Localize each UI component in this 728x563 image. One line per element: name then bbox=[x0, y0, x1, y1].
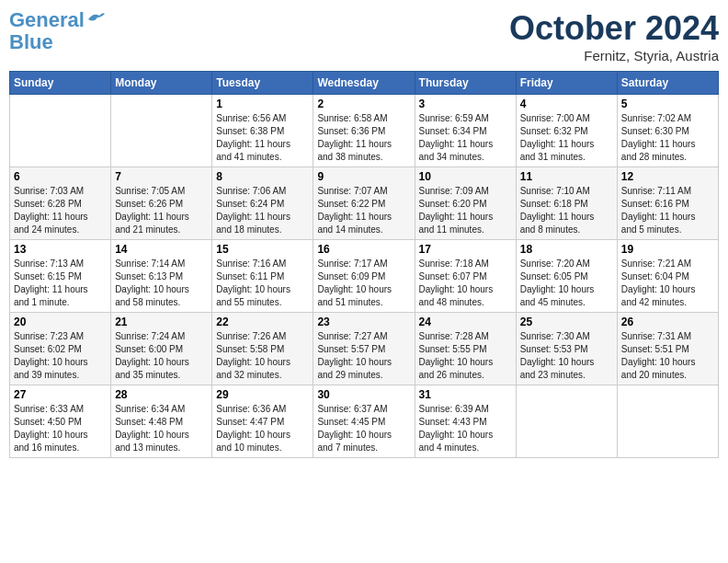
day-info: Sunrise: 7:05 AM Sunset: 6:26 PM Dayligh… bbox=[115, 185, 208, 236]
day-number: 17 bbox=[419, 243, 512, 256]
day-info: Sunrise: 7:27 AM Sunset: 5:57 PM Dayligh… bbox=[317, 330, 410, 382]
calendar-cell: 30Sunrise: 6:37 AM Sunset: 4:45 PM Dayli… bbox=[313, 385, 415, 458]
day-number: 8 bbox=[216, 170, 309, 183]
day-info: Sunrise: 7:14 AM Sunset: 6:13 PM Dayligh… bbox=[115, 258, 208, 309]
day-number: 11 bbox=[520, 170, 613, 183]
day-number: 6 bbox=[14, 170, 107, 183]
week-row-5: 27Sunrise: 6:33 AM Sunset: 4:50 PM Dayli… bbox=[10, 385, 719, 458]
day-number: 24 bbox=[419, 316, 512, 328]
day-info: Sunrise: 7:28 AM Sunset: 5:55 PM Dayligh… bbox=[419, 330, 512, 382]
day-info: Sunrise: 7:24 AM Sunset: 6:00 PM Dayligh… bbox=[115, 330, 208, 382]
day-number: 2 bbox=[317, 98, 410, 110]
calendar-cell: 1Sunrise: 6:56 AM Sunset: 6:38 PM Daylig… bbox=[212, 95, 313, 167]
weekday-header-row: SundayMondayTuesdayWednesdayThursdayFrid… bbox=[10, 72, 719, 95]
day-number: 5 bbox=[621, 98, 714, 110]
calendar-cell: 2Sunrise: 6:58 AM Sunset: 6:36 PM Daylig… bbox=[313, 95, 415, 167]
day-info: Sunrise: 7:20 AM Sunset: 6:05 PM Dayligh… bbox=[520, 258, 613, 309]
day-number: 23 bbox=[317, 316, 410, 328]
calendar-cell: 12Sunrise: 7:11 AM Sunset: 6:16 PM Dayli… bbox=[617, 167, 718, 240]
day-info: Sunrise: 7:10 AM Sunset: 6:18 PM Dayligh… bbox=[520, 185, 613, 236]
calendar-cell bbox=[10, 95, 111, 167]
calendar-table: SundayMondayTuesdayWednesdayThursdayFrid… bbox=[9, 71, 719, 458]
calendar-cell: 16Sunrise: 7:17 AM Sunset: 6:09 PM Dayli… bbox=[313, 240, 415, 313]
calendar-cell: 9Sunrise: 7:07 AM Sunset: 6:22 PM Daylig… bbox=[313, 167, 415, 240]
day-number: 29 bbox=[216, 388, 309, 401]
calendar-cell: 24Sunrise: 7:28 AM Sunset: 5:55 PM Dayli… bbox=[415, 313, 516, 385]
calendar-cell: 31Sunrise: 6:39 AM Sunset: 4:43 PM Dayli… bbox=[415, 385, 516, 458]
calendar-cell: 6Sunrise: 7:03 AM Sunset: 6:28 PM Daylig… bbox=[10, 167, 111, 240]
week-row-4: 20Sunrise: 7:23 AM Sunset: 6:02 PM Dayli… bbox=[10, 313, 719, 385]
day-info: Sunrise: 7:07 AM Sunset: 6:22 PM Dayligh… bbox=[317, 185, 410, 236]
calendar-cell: 25Sunrise: 7:30 AM Sunset: 5:53 PM Dayli… bbox=[516, 313, 617, 385]
day-info: Sunrise: 6:37 AM Sunset: 4:45 PM Dayligh… bbox=[317, 403, 410, 454]
day-info: Sunrise: 7:13 AM Sunset: 6:15 PM Dayligh… bbox=[14, 258, 107, 309]
day-number: 9 bbox=[317, 170, 410, 183]
day-info: Sunrise: 7:21 AM Sunset: 6:04 PM Dayligh… bbox=[621, 258, 714, 309]
day-number: 10 bbox=[419, 170, 512, 183]
day-number: 26 bbox=[621, 316, 714, 328]
calendar-cell: 10Sunrise: 7:09 AM Sunset: 6:20 PM Dayli… bbox=[415, 167, 516, 240]
day-number: 4 bbox=[520, 98, 613, 110]
day-info: Sunrise: 6:36 AM Sunset: 4:47 PM Dayligh… bbox=[216, 403, 309, 454]
day-info: Sunrise: 6:59 AM Sunset: 6:34 PM Dayligh… bbox=[419, 112, 512, 164]
calendar-cell bbox=[617, 385, 718, 458]
calendar-cell: 7Sunrise: 7:05 AM Sunset: 6:26 PM Daylig… bbox=[111, 167, 212, 240]
calendar-cell bbox=[111, 95, 212, 167]
day-info: Sunrise: 7:02 AM Sunset: 6:30 PM Dayligh… bbox=[621, 112, 714, 164]
location: Fernitz, Styria, Austria bbox=[509, 48, 719, 63]
weekday-header-thursday: Thursday bbox=[415, 72, 516, 95]
day-number: 15 bbox=[216, 243, 309, 256]
day-number: 19 bbox=[621, 243, 714, 256]
week-row-3: 13Sunrise: 7:13 AM Sunset: 6:15 PM Dayli… bbox=[10, 240, 719, 313]
day-number: 21 bbox=[115, 316, 208, 328]
calendar-cell: 21Sunrise: 7:24 AM Sunset: 6:00 PM Dayli… bbox=[111, 313, 212, 385]
calendar-cell: 4Sunrise: 7:00 AM Sunset: 6:32 PM Daylig… bbox=[516, 95, 617, 167]
calendar-cell: 17Sunrise: 7:18 AM Sunset: 6:07 PM Dayli… bbox=[415, 240, 516, 313]
day-info: Sunrise: 6:56 AM Sunset: 6:38 PM Dayligh… bbox=[216, 112, 309, 164]
day-number: 3 bbox=[419, 98, 512, 110]
calendar-cell: 22Sunrise: 7:26 AM Sunset: 5:58 PM Dayli… bbox=[212, 313, 313, 385]
day-number: 12 bbox=[621, 170, 714, 183]
calendar-cell: 29Sunrise: 6:36 AM Sunset: 4:47 PM Dayli… bbox=[212, 385, 313, 458]
calendar-cell: 28Sunrise: 6:34 AM Sunset: 4:48 PM Dayli… bbox=[111, 385, 212, 458]
day-info: Sunrise: 7:26 AM Sunset: 5:58 PM Dayligh… bbox=[216, 330, 309, 382]
day-info: Sunrise: 6:34 AM Sunset: 4:48 PM Dayligh… bbox=[115, 403, 208, 454]
calendar-cell: 11Sunrise: 7:10 AM Sunset: 6:18 PM Dayli… bbox=[516, 167, 617, 240]
day-info: Sunrise: 7:16 AM Sunset: 6:11 PM Dayligh… bbox=[216, 258, 309, 309]
calendar-cell: 19Sunrise: 7:21 AM Sunset: 6:04 PM Dayli… bbox=[617, 240, 718, 313]
calendar-cell: 23Sunrise: 7:27 AM Sunset: 5:57 PM Dayli… bbox=[313, 313, 415, 385]
calendar-cell bbox=[516, 385, 617, 458]
calendar-cell: 3Sunrise: 6:59 AM Sunset: 6:34 PM Daylig… bbox=[415, 95, 516, 167]
day-number: 7 bbox=[115, 170, 208, 183]
logo: General Blue bbox=[9, 9, 107, 53]
day-info: Sunrise: 7:09 AM Sunset: 6:20 PM Dayligh… bbox=[419, 185, 512, 236]
weekday-header-friday: Friday bbox=[516, 72, 617, 95]
calendar-cell: 5Sunrise: 7:02 AM Sunset: 6:30 PM Daylig… bbox=[617, 95, 718, 167]
weekday-header-tuesday: Tuesday bbox=[212, 72, 313, 95]
calendar-cell: 20Sunrise: 7:23 AM Sunset: 6:02 PM Dayli… bbox=[10, 313, 111, 385]
calendar-cell: 14Sunrise: 7:14 AM Sunset: 6:13 PM Dayli… bbox=[111, 240, 212, 313]
day-number: 18 bbox=[520, 243, 613, 256]
day-info: Sunrise: 7:11 AM Sunset: 6:16 PM Dayligh… bbox=[621, 185, 714, 236]
logo-bird-icon bbox=[86, 10, 107, 27]
day-number: 1 bbox=[216, 98, 309, 110]
weekday-header-sunday: Sunday bbox=[10, 72, 111, 95]
day-info: Sunrise: 6:39 AM Sunset: 4:43 PM Dayligh… bbox=[419, 403, 512, 454]
day-number: 27 bbox=[14, 388, 107, 401]
day-info: Sunrise: 7:23 AM Sunset: 6:02 PM Dayligh… bbox=[14, 330, 107, 382]
day-info: Sunrise: 7:30 AM Sunset: 5:53 PM Dayligh… bbox=[520, 330, 613, 382]
weekday-header-wednesday: Wednesday bbox=[313, 72, 415, 95]
day-info: Sunrise: 7:18 AM Sunset: 6:07 PM Dayligh… bbox=[419, 258, 512, 309]
day-info: Sunrise: 6:58 AM Sunset: 6:36 PM Dayligh… bbox=[317, 112, 410, 164]
week-row-1: 1Sunrise: 6:56 AM Sunset: 6:38 PM Daylig… bbox=[10, 95, 719, 167]
day-number: 30 bbox=[317, 388, 410, 401]
day-number: 20 bbox=[14, 316, 107, 328]
day-number: 14 bbox=[115, 243, 208, 256]
calendar-cell: 15Sunrise: 7:16 AM Sunset: 6:11 PM Dayli… bbox=[212, 240, 313, 313]
day-number: 31 bbox=[419, 388, 512, 401]
day-info: Sunrise: 7:00 AM Sunset: 6:32 PM Dayligh… bbox=[520, 112, 613, 164]
day-info: Sunrise: 7:03 AM Sunset: 6:28 PM Dayligh… bbox=[14, 185, 107, 236]
week-row-2: 6Sunrise: 7:03 AM Sunset: 6:28 PM Daylig… bbox=[10, 167, 719, 240]
page-header: General Blue October 2024 Fernitz, Styri… bbox=[9, 9, 719, 63]
day-number: 22 bbox=[216, 316, 309, 328]
